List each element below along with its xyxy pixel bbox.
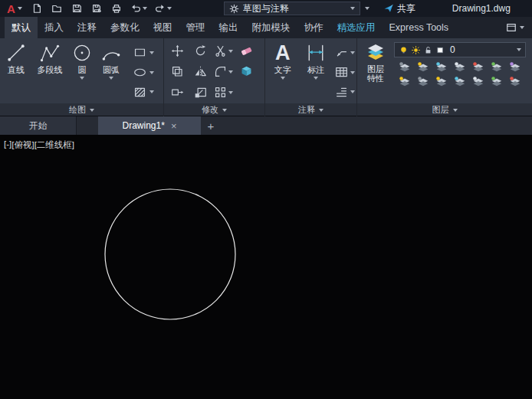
tab-manage[interactable]: 管理 [179, 17, 212, 38]
layer-off-icon[interactable] [399, 61, 411, 74]
dimension-tool-button[interactable]: 标注 [299, 40, 333, 102]
text-icon: A [275, 42, 291, 64]
tab-insert[interactable]: 插入 [38, 17, 71, 38]
copy-icon [171, 65, 184, 78]
file-tab-drawing1-label: Drawing1* [123, 120, 165, 131]
tab-output[interactable]: 输出 [212, 17, 245, 38]
layer-freeze-icon[interactable] [435, 61, 448, 74]
mirror-icon [194, 65, 207, 78]
layer-lock-icon[interactable] [454, 61, 466, 74]
move-tool-button[interactable] [166, 41, 189, 61]
leader-tool-button[interactable] [335, 43, 355, 63]
array-tool-button[interactable] [212, 82, 235, 103]
fillet-tool-button[interactable] [212, 61, 235, 82]
panel-modify-footer[interactable]: 修改 [164, 103, 264, 116]
close-tab-icon[interactable]: × [171, 121, 177, 131]
workspace-selector[interactable]: 草图与注释 [224, 2, 360, 15]
hatch-dropdown-icon [149, 90, 154, 93]
file-tab-drawing1[interactable]: Drawing1* × [98, 116, 201, 135]
arc-dropdown-icon [109, 77, 113, 80]
panel-layers-footer[interactable]: 图层 [357, 103, 532, 116]
new-tab-button[interactable]: + [201, 116, 221, 135]
tab-parametric[interactable]: 参数化 [103, 17, 146, 38]
view-control-button[interactable]: [俯视] [11, 139, 34, 151]
layer-properties-button[interactable]: 图层特性 [359, 40, 392, 102]
new-file-button[interactable] [28, 2, 46, 15]
arc-tool-button[interactable]: 圆弧 [95, 40, 127, 102]
layer-thaw-icon[interactable] [435, 76, 448, 88]
text-tool-button[interactable]: A 文字 [267, 40, 299, 102]
tab-view[interactable]: 视图 [146, 17, 179, 38]
drawing-canvas[interactable]: [-] [俯视] [二维线框] [0, 135, 532, 399]
layer-select[interactable]: 0 [394, 42, 526, 57]
layer-change-icon[interactable] [472, 76, 484, 88]
tab-addins[interactable]: 附加模块 [245, 17, 297, 38]
polyline-tool-button[interactable]: 多段线 [31, 40, 69, 102]
tab-bar-spacer [455, 17, 498, 38]
tab-featured-apps[interactable]: 精选应用 [330, 17, 383, 38]
save-button[interactable] [67, 2, 86, 15]
quick-access-customize-button[interactable] [362, 2, 373, 15]
plot-button[interactable] [107, 2, 126, 15]
undo-button[interactable] [127, 2, 150, 15]
polyline-icon [39, 42, 61, 64]
viewport-menu-button[interactable]: [-] [4, 139, 11, 151]
share-button[interactable]: 共享 [380, 2, 419, 15]
layer-unlock-tool-icon[interactable] [454, 76, 466, 88]
layer-walk-icon[interactable] [509, 76, 521, 88]
layer-isolate-icon[interactable] [417, 61, 429, 74]
panel-layers-expand-icon [453, 109, 458, 112]
ribbon-display-dropdown-icon [520, 26, 524, 29]
stretch-tool-button[interactable] [166, 82, 189, 103]
tab-home[interactable]: 默认 [5, 17, 38, 38]
copy-tool-button[interactable] [166, 61, 189, 82]
rotate-tool-button[interactable] [189, 41, 212, 61]
layer-tools-row2 [392, 74, 530, 88]
panel-modify: 修改 [164, 38, 265, 116]
table-tool-button[interactable] [335, 63, 355, 83]
layer-make-current-icon[interactable] [472, 61, 484, 74]
modify-grid-empty [235, 82, 258, 103]
panel-annotate-label: 注释 [298, 104, 315, 116]
stretch-icon [171, 86, 184, 99]
tab-annotate[interactable]: 注释 [71, 17, 103, 38]
mirror-tool-button[interactable] [189, 61, 212, 82]
arc-tool-label: 圆弧 [103, 64, 120, 76]
explode-cube-icon [240, 65, 253, 78]
erase-tool-button[interactable] [235, 41, 258, 61]
app-menu-button[interactable]: A [3, 1, 26, 16]
layer-match-icon[interactable] [491, 61, 503, 74]
circle-tool-button[interactable]: 圆 [69, 40, 95, 102]
erase-icon [240, 44, 253, 57]
layer-previous-icon[interactable] [509, 61, 521, 74]
rectangle-tool-button[interactable] [130, 43, 154, 63]
scale-tool-button[interactable] [189, 82, 212, 103]
panel-draw-footer[interactable]: 绘图 [0, 103, 163, 116]
layer-select-dropdown-icon [517, 48, 521, 51]
circle-entity[interactable] [105, 189, 235, 319]
layer-on-icon[interactable] [399, 76, 411, 88]
trim-tool-button[interactable] [212, 41, 235, 61]
circle-dropdown-icon [80, 77, 84, 80]
file-tab-start[interactable]: 开始 [0, 116, 77, 135]
hatch-tool-button[interactable] [130, 82, 154, 102]
ribbon-display-button[interactable] [498, 17, 532, 38]
line-tool-button[interactable]: 直线 [2, 40, 31, 102]
layer-on-bulb-icon [399, 45, 409, 55]
tab-collaborate[interactable]: 协作 [297, 17, 330, 38]
ellipse-tool-button[interactable] [130, 63, 154, 83]
explode-tool-button[interactable] [235, 61, 258, 82]
share-paper-plane-icon [383, 3, 394, 14]
markup-tool-button[interactable] [335, 82, 355, 102]
fillet-dropdown-icon [228, 70, 233, 74]
layer-merge-icon[interactable] [491, 76, 503, 88]
text-tool-label: 文字 [274, 64, 291, 76]
redo-button[interactable] [152, 2, 175, 15]
open-file-button[interactable] [48, 2, 66, 15]
dimension-dropdown-icon [314, 77, 318, 80]
save-as-button[interactable] [87, 2, 106, 15]
panel-annotate-footer[interactable]: 注释 [265, 103, 356, 116]
visual-style-button[interactable]: [二维线框] [34, 139, 74, 151]
tab-express-tools[interactable]: Express Tools [383, 17, 456, 38]
layer-unisolate-icon[interactable] [417, 76, 429, 88]
